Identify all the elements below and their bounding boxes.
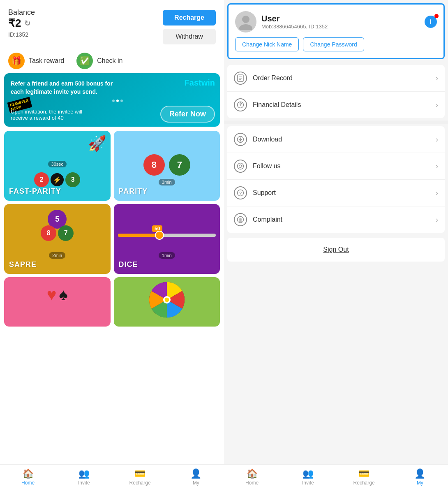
fast-parity-timer: 30sec [48, 161, 67, 167]
circle-lightning: ⚡ [51, 173, 64, 186]
right-nav-recharge[interactable]: 💳 Recharge [336, 465, 392, 489]
sign-out-link[interactable]: Sign Out [323, 246, 349, 253]
right-recharge-icon: 💳 [358, 468, 369, 479]
parity-title: PARITY [119, 187, 215, 196]
check-in-item[interactable]: ✅ Check in [76, 53, 122, 69]
game-card-dice[interactable]: 50 1min DICE [114, 204, 220, 274]
game-card-fast-parity[interactable]: 🚀 30sec 2 ⚡ 3 FAST-PARITY [4, 131, 111, 201]
right-bottom-nav: 🏠 Home 👥 Invite 💳 Recharge 👤 My [224, 464, 448, 489]
menu-item-support[interactable]: ? Support › [227, 180, 445, 206]
dice-thumb [155, 231, 164, 240]
task-reward-icon: 🎁 [8, 53, 25, 69]
recharge-icon: 💳 [134, 468, 145, 479]
financial-details-chevron: › [436, 101, 438, 109]
download-icon [234, 133, 247, 146]
sapre-circle-7: 7 [58, 225, 74, 241]
my-icon: 👤 [190, 468, 201, 479]
task-section: 🎁 Task reward ✅ Check in [0, 49, 224, 73]
dot-1 [112, 100, 115, 102]
profile-buttons: Change Nick Name Change Password [235, 37, 437, 51]
follow-us-icon [234, 160, 247, 173]
info-badge [434, 14, 439, 18]
profile-mob: Mob:38866454665, ID:1352 [261, 23, 420, 30]
left-panel: Balance ₹2 ↻ ID:1352 Recharge Withdraw 🎁… [0, 0, 224, 489]
financial-details-label: Financial Details [253, 101, 436, 109]
menu-item-order-record[interactable]: Order Record › [227, 65, 445, 92]
menu-item-complaint[interactable]: Complaint › [227, 206, 445, 233]
complaint-icon [234, 213, 247, 226]
wheel-svg [148, 281, 185, 318]
right-my-icon: 👤 [414, 468, 425, 479]
left-nav-recharge[interactable]: 💳 Recharge [112, 465, 168, 489]
right-nav-invite[interactable]: 👥 Invite [280, 465, 336, 489]
follow-us-chevron: › [436, 162, 438, 171]
balance-id: ID:1352 [8, 31, 35, 38]
support-chevron: › [436, 189, 438, 197]
parity-timer: 3min [159, 179, 175, 185]
check-in-label: Check in [97, 57, 122, 65]
withdraw-button[interactable]: Withdraw [163, 29, 216, 44]
parity-circle-8: 8 [143, 154, 165, 176]
profile-info: User Mob:38866454665, ID:1352 [261, 14, 420, 30]
banner-brand: Fastwin [185, 78, 215, 88]
right-nav-invite-label: Invite [302, 480, 314, 486]
divider-1 [224, 121, 448, 124]
left-nav-invite-label: Invite [78, 480, 90, 486]
info-icon-button[interactable]: i [425, 16, 437, 28]
svg-point-3 [242, 16, 249, 23]
task-reward-item[interactable]: 🎁 Task reward [8, 53, 64, 69]
profile-card: User Mob:38866454665, ID:1352 i Change N… [227, 3, 445, 59]
follow-us-label: Follow us [253, 162, 436, 170]
svg-point-4 [239, 24, 252, 30]
banner-bottom-text: Upon invitation, the invitee willreceive… [11, 109, 82, 121]
change-nick-name-button[interactable]: Change Nick Name [235, 37, 299, 51]
left-nav-my[interactable]: 👤 My [168, 465, 224, 489]
order-record-icon [234, 72, 247, 85]
svg-point-13 [238, 163, 244, 169]
heart-suit: ♥ [47, 285, 57, 304]
game-card-sapre[interactable]: 5 8 7 2min SAPRE [4, 204, 111, 274]
right-home-icon: 🏠 [247, 468, 258, 479]
download-label: Download [253, 136, 436, 143]
profile-name: User [261, 14, 420, 23]
refer-now-button[interactable]: Refer Now [160, 106, 215, 123]
complaint-chevron: › [436, 216, 438, 224]
left-nav-invite[interactable]: 👥 Invite [56, 465, 112, 489]
game-card-cards[interactable]: ♥ ♠ [4, 277, 111, 327]
home-icon: 🏠 [23, 468, 34, 479]
dice-title: DICE [119, 260, 215, 269]
right-nav-my[interactable]: 👤 My [392, 465, 448, 489]
right-nav-home[interactable]: 🏠 Home [224, 465, 280, 489]
game-card-wheel[interactable] [114, 277, 220, 327]
fast-parity-title: FAST-PARITY [9, 187, 106, 196]
balance-left: Balance ₹2 ↻ ID:1352 [8, 8, 35, 38]
balance-section: Balance ₹2 ↻ ID:1352 Recharge Withdraw [0, 0, 224, 49]
menu-section-1: Order Record › ₹ Financial Details › [227, 65, 445, 118]
parity-circles: 8 7 [119, 154, 215, 176]
sapre-circle-8: 8 [41, 225, 56, 241]
support-icon: ? [234, 186, 247, 199]
left-nav-recharge-label: Recharge [129, 480, 151, 486]
check-in-icon: ✅ [76, 53, 93, 69]
profile-header: User Mob:38866454665, ID:1352 i [235, 11, 437, 32]
left-nav-home[interactable]: 🏠 Home [0, 465, 56, 489]
complaint-label: Complaint [253, 216, 436, 223]
wheel-container [114, 277, 220, 318]
menu-item-financial-details[interactable]: ₹ Financial Details › [227, 92, 445, 118]
left-nav-home-label: Home [21, 480, 35, 486]
banner-dots [112, 100, 123, 102]
game-card-parity[interactable]: 8 7 3min PARITY [114, 131, 220, 201]
menu-item-download[interactable]: Download › [227, 126, 445, 153]
dice-timer: 1min [159, 252, 175, 259]
order-record-label: Order Record [253, 74, 436, 82]
recharge-button[interactable]: Recharge [163, 10, 216, 25]
refresh-icon[interactable]: ↻ [24, 19, 30, 28]
circle-2: 2 [34, 172, 49, 187]
change-password-button[interactable]: Change Password [303, 37, 364, 51]
parity-circle-7: 7 [169, 154, 190, 176]
right-nav-recharge-label: Recharge [353, 480, 375, 486]
avatar [235, 11, 256, 32]
fast-parity-circles: 2 ⚡ 3 [9, 172, 106, 187]
right-panel: User Mob:38866454665, ID:1352 i Change N… [224, 0, 448, 489]
menu-item-follow-us[interactable]: Follow us › [227, 153, 445, 180]
